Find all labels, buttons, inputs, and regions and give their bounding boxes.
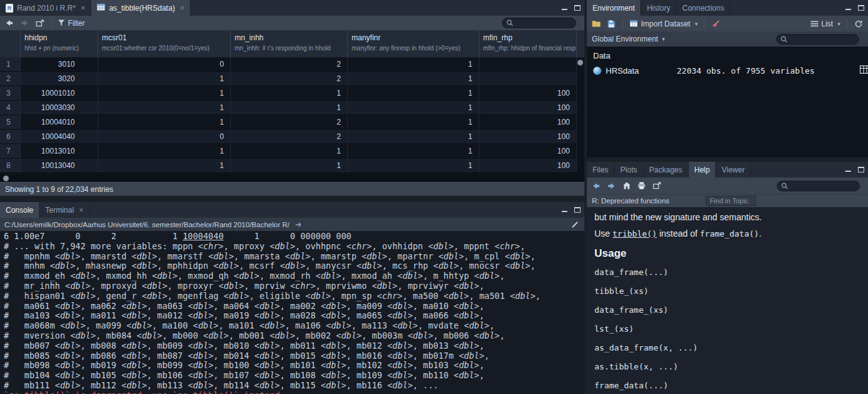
frame-data-code: frame_data()	[700, 229, 759, 239]
funnel-icon	[58, 20, 65, 26]
back-button[interactable]	[591, 180, 601, 191]
table-cell: 10004040	[21, 130, 98, 144]
maximize-pane-icon[interactable]	[574, 5, 581, 11]
tab-viewer[interactable]: Viewer	[716, 162, 750, 177]
help-topic-title: R: Deprecated functions	[592, 197, 669, 205]
tab-help[interactable]: Help	[689, 162, 716, 177]
tab-rand-2010-script[interactable]: Rand 2010 i R.R*	[0, 0, 91, 16]
tab-data-viewer[interactable]: as_tibble(HRSdata)	[91, 0, 191, 16]
clear-console-icon[interactable]	[570, 219, 580, 230]
popout-window-icon[interactable]	[652, 180, 662, 191]
table-row[interactable]: 510004010121100	[0, 115, 584, 130]
console-line: # mpnhm <dbl>, mmarstd <dbl>, mmarstf <d…	[4, 252, 584, 262]
usage-heading: Usage	[594, 247, 860, 260]
save-workspace-icon[interactable]	[606, 18, 616, 30]
tab-plots[interactable]: Plots	[615, 162, 643, 177]
chevron-down-icon	[837, 21, 840, 27]
forward-button[interactable]	[19, 18, 30, 29]
table-cell: 10013040	[21, 159, 98, 172]
tab-connections[interactable]: Connections	[677, 0, 731, 16]
console-output[interactable]: 6 1.00e7 0 2 1 10004040 1 0 000000 000# …	[0, 231, 584, 394]
global-environment-dropdown[interactable]: Global Environment	[592, 35, 658, 43]
data-object-icon	[593, 67, 601, 75]
goto-directory-icon[interactable]	[294, 219, 304, 230]
maximize-pane-icon[interactable]	[858, 5, 864, 11]
close-tab-icon[interactable]	[180, 4, 184, 13]
column-header-mfin_rhp[interactable]: mfin_rhpmfin_rhp: hhidpn of financial re…	[479, 30, 577, 57]
environment-object-hrsdata[interactable]: HRSdata 22034 obs. of 7955 variables	[587, 64, 868, 77]
working-directory-text: C:/Users/emilk/Dropbox/Aarhus Universite…	[4, 221, 289, 228]
data-search-input[interactable]	[502, 18, 576, 28]
table-cell: 1	[98, 72, 231, 86]
row-number: 8	[0, 159, 21, 172]
tribble-link[interactable]: tribble()	[613, 229, 657, 239]
tab-label: as_tibble(HRSdata)	[109, 4, 175, 13]
column-header-manyfinr[interactable]: manyfinrmanyfinr: any finresp in hhold (…	[348, 30, 479, 57]
forward-button[interactable]	[606, 180, 616, 191]
table-cell: 1	[98, 101, 231, 115]
filter-button[interactable]: Filter	[58, 18, 85, 29]
table-row[interactable]: 13010021	[0, 57, 584, 72]
table-row[interactable]: 410003030111100	[0, 101, 584, 115]
table-row[interactable]: 710013010111100	[0, 144, 584, 159]
help-paragraph: but mind the new signature and semantics…	[594, 212, 860, 222]
tab-label: Connections	[682, 4, 725, 13]
horizontal-scrollbar[interactable]	[0, 175, 584, 182]
maximize-pane-icon[interactable]	[574, 207, 581, 213]
environment-object-list: Data HRSdata 22034 obs. of 7955 variable…	[587, 47, 868, 157]
table-cell: 1	[98, 144, 231, 158]
list-view-button[interactable]: List	[811, 18, 840, 30]
import-dataset-button[interactable]: Import Dataset	[630, 18, 698, 30]
column-header-hhidpn[interactable]: hhidpnhhid + pn (numeric)	[21, 30, 98, 57]
close-tab-icon[interactable]	[81, 4, 85, 13]
tab-terminal[interactable]: Terminal	[40, 202, 89, 218]
table-status-text: Showing 1 to 9 of 22,034 entries	[0, 182, 584, 196]
home-icon[interactable]	[621, 180, 632, 191]
minimize-pane-icon[interactable]	[845, 4, 852, 11]
close-tab-icon[interactable]	[79, 206, 83, 215]
table-row[interactable]: 810013040111100	[0, 159, 584, 173]
console-line: # mb085 <dbl>, mb086 <dbl>, mb087 <dbl>,…	[4, 351, 584, 361]
usage-code-line: as.tibble(x, ...)	[594, 362, 860, 371]
tab-environment[interactable]: Environment	[587, 0, 641, 16]
minimize-pane-icon[interactable]	[561, 4, 568, 11]
table-cell: 1	[348, 115, 479, 129]
popout-window-icon[interactable]	[35, 18, 45, 29]
refresh-icon[interactable]	[854, 18, 864, 30]
horizontal-scrollbar-thumb[interactable]	[3, 176, 9, 181]
console-line: # ma061 <dbl>, ma062 <dbl>, ma063 <dbl>,…	[4, 301, 584, 312]
back-button[interactable]	[4, 18, 14, 29]
tab-history[interactable]: History	[641, 0, 676, 16]
tab-label: Environment	[593, 4, 635, 13]
table-row[interactable]: 610004040021100	[0, 130, 584, 144]
table-row[interactable]: 23020121	[0, 72, 584, 86]
minimize-pane-icon[interactable]	[845, 166, 852, 173]
table-cell: 1	[231, 86, 348, 100]
view-data-icon[interactable]	[860, 65, 868, 76]
tab-packages[interactable]: Packages	[643, 162, 689, 177]
grid-body: 1301002123020121310001010111100410003030…	[0, 57, 584, 175]
object-value: 22034 obs. of 7955 variables	[677, 66, 855, 76]
column-header-mn_inhh[interactable]: mn_inhhmn_inhh: # r's responding in hhol…	[231, 30, 348, 57]
console-line: # mb104 <dbl>, mb105 <dbl>, mb106 <dbl>,…	[4, 371, 584, 381]
table-row[interactable]: 310001010111100	[0, 86, 584, 101]
tab-files[interactable]: Files	[587, 162, 615, 177]
clear-workspace-icon[interactable]	[711, 18, 721, 30]
load-workspace-icon[interactable]	[591, 18, 601, 30]
vertical-scrollbar-thumb[interactable]	[577, 60, 583, 65]
find-in-topic-input[interactable]: Find in Topic	[706, 196, 756, 206]
help-search-input[interactable]	[777, 181, 860, 191]
table-cell: 1	[348, 144, 479, 158]
object-name: HRSdata	[606, 66, 672, 76]
vertical-scrollbar[interactable]	[577, 59, 584, 175]
tab-console[interactable]: Console	[0, 202, 40, 218]
usage-code-line: lst_(xs)	[594, 324, 860, 334]
table-cell: 1	[348, 130, 479, 144]
help-toolbar	[587, 177, 868, 194]
minimize-pane-icon[interactable]	[561, 206, 568, 213]
help-content: but mind the new signature and semantics…	[587, 207, 868, 394]
environment-search-input[interactable]	[776, 34, 859, 45]
column-header-mcsr01[interactable]: mcsr01mcsr01:whether csr 2010(0=no/1=yes…	[98, 30, 231, 57]
print-icon[interactable]	[637, 180, 647, 191]
maximize-pane-icon[interactable]	[858, 167, 864, 172]
